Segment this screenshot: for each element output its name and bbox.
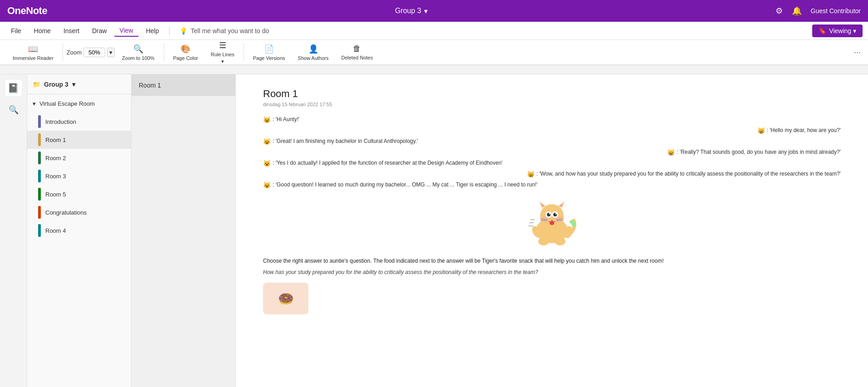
section-item-congratulations[interactable]: Congratulations: [27, 203, 131, 221]
viewing-button[interactable]: 🔖 Viewing ▾: [812, 24, 863, 37]
menu-view[interactable]: View: [114, 25, 139, 37]
nav-search-icon[interactable]: 🔍: [5, 102, 22, 118]
italic-question: How has your study prepared you for the …: [263, 269, 841, 275]
notebook-title[interactable]: Group 3 ▾: [395, 7, 428, 15]
section-color-room2: [38, 152, 41, 164]
notebook-header[interactable]: 📁 Group 3 ▾: [27, 74, 131, 94]
section-label-room1: Room 1: [45, 137, 66, 143]
section-color-congratulations: [38, 206, 41, 219]
show-authors-icon: 👤: [308, 44, 318, 54]
section-group-virtual-escape-room[interactable]: ▾ Virtual Escape Room: [27, 94, 131, 113]
section-item-room1[interactable]: Room 1: [27, 131, 131, 149]
chat-emoji-6: 😺: [263, 181, 271, 189]
rule-lines-button[interactable]: ☰ Rule Lines ▾: [205, 39, 240, 66]
rule-lines-dropdown: ▾: [221, 59, 224, 64]
food-image: 🍩: [263, 283, 308, 314]
page-item-room1[interactable]: Room 1: [132, 74, 235, 96]
notebook-chevron: ▾: [72, 81, 75, 88]
tell-me-input[interactable]: 💡 Tell me what you want to do: [174, 25, 275, 36]
chat-line-3: 😸 : 'Really? That sounds good, do you ha…: [263, 149, 841, 156]
nav-notebook-icon[interactable]: 📓: [5, 80, 22, 96]
page-versions-icon: 📄: [264, 44, 274, 54]
show-authors-button[interactable]: 👤 Show Authors: [293, 42, 334, 63]
chat-emoji-2: 😺: [263, 138, 271, 145]
page-item-label-room1: Room 1: [139, 82, 161, 89]
chat-emoji-1: 😸: [757, 127, 765, 134]
section-label-room5: Room 5: [45, 191, 66, 198]
chat-text-6: : 'Good question! I learned so much duri…: [273, 181, 537, 188]
chat-emoji-0: 😺: [263, 116, 271, 123]
zoom-control: Zoom ▾: [67, 48, 115, 57]
zoom-dropdown-icon[interactable]: ▾: [107, 48, 115, 57]
section-list: ▾ Virtual Escape Room Introduction Room …: [27, 94, 131, 387]
section-item-room4[interactable]: Room 4: [27, 221, 131, 240]
page-color-button[interactable]: 🎨 Page Color: [168, 42, 204, 63]
section-item-room3[interactable]: Room 3: [27, 167, 131, 185]
pages-panel: Room 1: [132, 74, 236, 387]
chat-text-4: : 'Yes I do actually! I applied for the …: [273, 160, 502, 166]
zoom-input[interactable]: [83, 48, 105, 57]
instruction-text: Choose the right answer to auntie's ques…: [263, 257, 841, 265]
chat-text-2: : 'Great! I am finishing my bachelor in …: [273, 138, 418, 144]
title-bar-center: Group 3 ▾: [54, 7, 768, 15]
show-authors-label: Show Authors: [298, 55, 329, 61]
content-area[interactable]: Room 1 dinsdag 15 februari 2022 17:55 😺 …: [236, 74, 868, 387]
user-name: Guest Contributor: [811, 7, 861, 15]
viewing-icon: 🔖: [819, 27, 826, 34]
menu-help[interactable]: Help: [141, 25, 165, 36]
section-color-room4: [38, 224, 41, 237]
section-label-introduction: Introduction: [45, 118, 76, 125]
section-color-introduction: [38, 115, 41, 128]
tell-me-text: Tell me what you want to do: [191, 27, 269, 34]
menu-file[interactable]: File: [5, 25, 27, 36]
immersive-reader-button[interactable]: 📖 Immersive Reader: [7, 42, 59, 63]
settings-icon[interactable]: ⚙: [775, 6, 783, 16]
section-label-room4: Room 4: [45, 227, 66, 234]
deleted-notes-button[interactable]: 🗑 Deleted Notes: [336, 42, 378, 62]
svg-point-12: [549, 213, 551, 215]
zoom-to-100-button[interactable]: 🔍 Zoom to 100%: [117, 42, 160, 63]
viewing-label: Viewing ▾: [829, 27, 856, 34]
page-color-icon: 🎨: [180, 44, 190, 54]
chat-text-1: : 'Hello my dear, how are you?': [767, 127, 841, 133]
notebook-title-dropdown: ▾: [424, 7, 428, 15]
svg-point-13: [556, 213, 557, 215]
menu-bar: File Home Insert Draw View Help 💡 Tell m…: [0, 22, 868, 40]
chat-text-5: : 'Wow, and how has your study prepared …: [536, 171, 841, 177]
ribbon-sep-3: [244, 43, 244, 61]
rule-lines-icon: ☰: [219, 40, 226, 50]
title-bar: OneNote Group 3 ▾ ⚙ 🔔 Guest Contributor: [0, 0, 868, 22]
section-item-room2[interactable]: Room 2: [27, 149, 131, 167]
menu-draw[interactable]: Draw: [87, 25, 112, 36]
zoom-to-100-label: Zoom to 100%: [122, 55, 155, 61]
notebook-panel: 📁 Group 3 ▾ ▾ Virtual Escape Room Introd…: [27, 74, 132, 387]
app-logo: OneNote: [7, 5, 47, 17]
section-label-room2: Room 2: [45, 155, 66, 162]
chat-emoji-3: 😸: [667, 149, 675, 156]
page-versions-button[interactable]: 📄 Page Versions: [248, 42, 291, 63]
deleted-notes-icon: 🗑: [353, 44, 361, 54]
svg-point-22: [538, 237, 549, 245]
svg-point-23: [555, 237, 566, 245]
chat-line-6: 😺 : 'Good question! I learned so much du…: [263, 181, 841, 189]
section-group-label: Virtual Escape Room: [39, 100, 95, 107]
section-item-room5[interactable]: Room 5: [27, 185, 131, 203]
immersive-reader-icon: 📖: [28, 44, 38, 54]
rule-lines-label: Rule Lines: [211, 52, 234, 57]
zoom-label: Zoom: [67, 49, 82, 56]
menu-insert[interactable]: Insert: [58, 25, 85, 36]
chat-line-4: 😺 : 'Yes I do actually! I applied for th…: [263, 160, 841, 167]
deleted-notes-label: Deleted Notes: [341, 55, 373, 60]
ribbon: 📖 Immersive Reader Zoom ▾ 🔍 Zoom to 100%…: [0, 40, 868, 65]
lightbulb-icon: 💡: [180, 27, 187, 34]
page-title: Room 1: [263, 88, 841, 100]
ribbon-more-button[interactable]: ···: [854, 48, 861, 57]
section-group-chevron: ▾: [33, 100, 36, 107]
svg-point-14: [550, 221, 554, 225]
notifications-icon[interactable]: 🔔: [792, 6, 802, 16]
section-item-introduction[interactable]: Introduction: [27, 113, 131, 131]
menu-home[interactable]: Home: [29, 25, 56, 36]
cat-illustration: [263, 198, 841, 248]
cat-svg: [520, 198, 584, 248]
left-nav: 📓 🔍: [0, 74, 27, 387]
